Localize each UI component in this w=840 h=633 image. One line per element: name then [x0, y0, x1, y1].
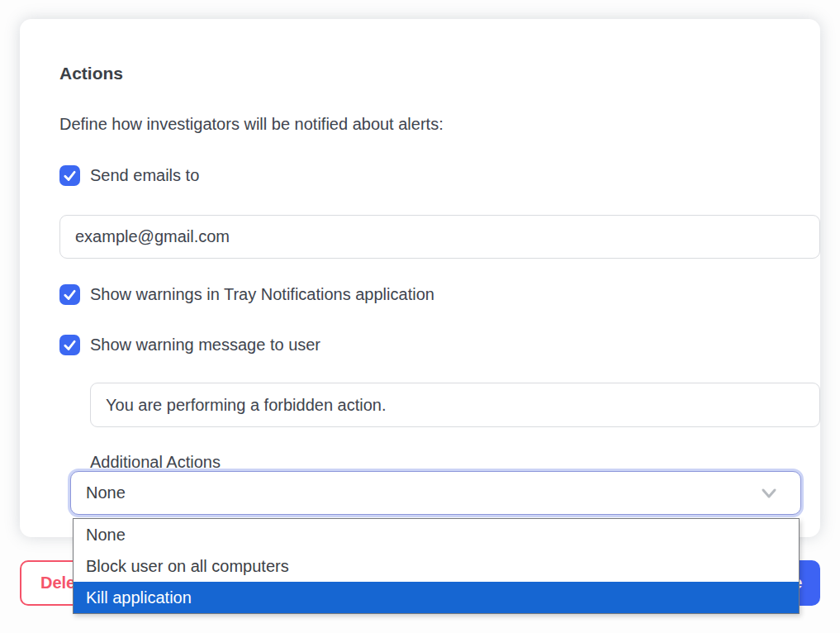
card-description: Define how investigators will be notifie… [59, 115, 444, 134]
card-title: Actions [59, 64, 123, 83]
additional-actions-select[interactable]: None [70, 471, 801, 515]
warning-message-checkbox[interactable] [59, 335, 80, 355]
checkmark-icon [63, 338, 77, 352]
checkbox-row-warning-message: Show warning message to user [59, 334, 320, 355]
chevron-down-icon [758, 485, 780, 506]
email-input[interactable]: example@gmail.com [59, 215, 820, 259]
warning-message-label: Show warning message to user [90, 336, 320, 355]
checkbox-row-send-emails: Send emails to [59, 164, 199, 186]
warning-message-value: You are performing a forbidden action. [106, 396, 386, 415]
dropdown-option-none[interactable]: None [74, 519, 799, 550]
dropdown-option-kill-application[interactable]: Kill application [74, 582, 799, 613]
send-emails-checkbox[interactable] [59, 165, 80, 186]
checkmark-icon [63, 169, 77, 183]
additional-actions-label: Additional Actions [90, 453, 221, 472]
warning-message-input[interactable]: You are performing a forbidden action. [90, 383, 820, 427]
additional-actions-dropdown: None Block user on all computers Kill ap… [73, 518, 800, 614]
actions-card: Actions Define how investigators will be… [20, 19, 820, 537]
email-input-value: example@gmail.com [75, 227, 230, 246]
tray-warnings-label: Show warnings in Tray Notifications appl… [90, 285, 434, 304]
dropdown-option-block-user[interactable]: Block user on all computers [74, 550, 799, 582]
additional-actions-selected-value: None [86, 483, 126, 502]
send-emails-label: Send emails to [90, 166, 199, 185]
checkbox-row-tray-warnings: Show warnings in Tray Notifications appl… [59, 283, 434, 305]
tray-warnings-checkbox[interactable] [59, 284, 80, 305]
checkmark-icon [63, 288, 77, 302]
